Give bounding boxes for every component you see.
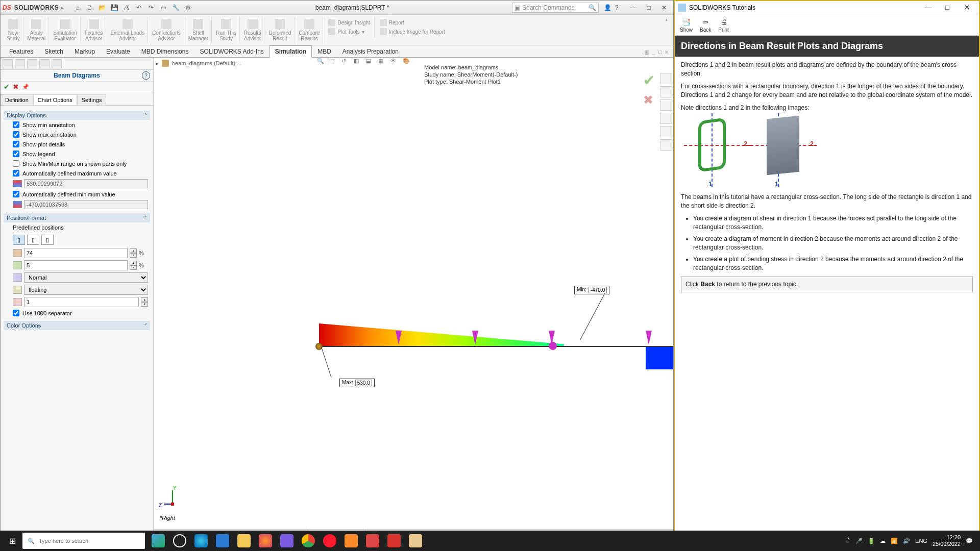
tray-chevron-icon[interactable]: ˄ [847,538,850,544]
chk-thousand-sep[interactable] [13,310,19,316]
tut-close-button[interactable]: ✕ [958,2,976,13]
reject-study-icon[interactable]: ✖ [643,93,655,107]
tab-features[interactable]: Features [4,45,39,57]
home-icon[interactable]: ⌂ [73,3,82,12]
help-icon[interactable]: ? [612,3,621,12]
print-icon[interactable]: 🖨 [122,3,131,12]
taskbar-app-store[interactable] [362,531,383,551]
taskbar-app[interactable] [148,531,168,551]
taskbar-app-paint[interactable] [405,531,426,551]
tab-mbd[interactable]: MBD [312,45,337,57]
max-annotation[interactable]: Max:530.0 [339,379,375,387]
display-mgr-icon[interactable] [52,59,62,68]
taskbar-app-solidworks[interactable] [384,531,404,551]
back-link[interactable]: Back [700,281,715,288]
group-color-options[interactable]: Color Options˅ [4,321,150,330]
maximize-button[interactable]: □ [642,3,656,13]
design-library-icon[interactable] [660,86,672,97]
taskbar-app-chrome[interactable] [298,531,318,551]
options-icon[interactable]: ⚙ [183,3,192,12]
cancel-button[interactable]: ✖ [13,83,19,91]
shell-manager-button[interactable]: ShellManager [185,17,212,43]
chk-show-min[interactable] [13,121,19,128]
zoom-area-icon[interactable]: ⬚ [329,58,338,67]
tree-expand-icon[interactable]: ▸ [156,60,159,67]
deformed-result-button[interactable]: DeformedResult [265,17,295,43]
dimxpert-icon[interactable] [39,59,50,68]
group-position-format[interactable]: Position/Format˄ [4,213,150,222]
taskbar-app-explorer[interactable] [234,531,254,551]
tray-volume-icon[interactable]: 🔊 [903,538,910,544]
taskbar-app-opera[interactable] [320,531,340,551]
graphics-viewport[interactable]: ▸ beam_diagrams (Default) ... 🔍 ⬚ ↺ ◧ ⬓ … [154,58,673,540]
vert-pos-input[interactable] [24,260,128,270]
run-study-button[interactable]: Run ThisStudy [213,17,240,43]
taskbar-app-media[interactable] [341,531,361,551]
start-button[interactable]: ⊞ [2,531,22,551]
taskbar-app-firefox[interactable] [255,531,276,551]
collapse-ribbon-icon[interactable]: ˄ [663,17,670,28]
tab-sketch[interactable]: Sketch [39,45,69,57]
tab-markup[interactable]: Markup [69,45,101,57]
search-commands-input[interactable]: ▣ Search Commands 🔍 [512,3,599,13]
taskbar-search[interactable]: 🔍Type here to search [22,533,145,549]
new-doc-icon[interactable]: 🗋 [85,3,94,12]
external-loads-button[interactable]: External LoadsAdvisor [107,17,148,43]
appearance-icon[interactable]: 🎨 [403,58,412,67]
resources-icon[interactable] [660,73,672,84]
group-display-options[interactable]: Display Options˄ [4,111,150,120]
tree-root[interactable]: beam_diagrams (Default) ... [172,60,241,66]
user-icon[interactable]: 👤 [603,3,612,12]
prev-view-icon[interactable]: ↺ [341,58,351,67]
section-view-icon[interactable]: ◧ [354,58,363,67]
fixtures-advisor-button[interactable]: FixturesAdvisor [82,17,107,43]
display-style-icon[interactable]: ▦ [378,58,387,67]
tut-back-button[interactable]: ⇦Back [700,17,711,33]
rebuild-icon[interactable]: 🔧 [171,3,180,12]
subtab-definition[interactable]: Definition [1,94,33,105]
report-button[interactable]: Report [380,19,445,26]
custom-props-icon[interactable] [660,139,672,151]
include-image-button[interactable]: Include Image for Report [380,28,445,35]
window-max-icon[interactable]: □ [658,49,662,56]
results-advisor-button[interactable]: ResultsAdvisor [241,17,264,43]
number-format-select[interactable]: Normal [24,272,148,283]
chk-show-legend[interactable] [13,151,19,157]
plot-tools-button[interactable]: Plot Tools▾ [328,28,370,35]
tut-print-button[interactable]: 🖨Print [718,17,729,33]
minimize-button[interactable]: — [626,3,641,13]
tab-analysis-preparation[interactable]: Analysis Preparation [337,45,404,57]
feature-tree-icon[interactable] [3,59,13,68]
taskbar-app-viber[interactable] [277,531,297,551]
undo-icon[interactable]: ↶ [134,3,143,12]
accept-button[interactable]: ✔ [4,83,10,91]
hide-show-icon[interactable]: 👁 [390,58,400,67]
tray-notifications-icon[interactable]: 💬 [966,538,973,544]
appearances-icon[interactable] [660,126,672,137]
open-icon[interactable]: 📂 [97,3,107,12]
file-explorer-icon[interactable] [660,99,672,111]
tray-onedrive-icon[interactable]: ☁ [880,538,886,544]
chevron-right-icon[interactable]: ▸ [61,4,64,11]
chk-minmax-range[interactable] [13,160,19,167]
config-mgr-icon[interactable] [27,59,37,68]
tray-mic-icon[interactable]: 🎤 [855,538,863,544]
tab-simulation[interactable]: Simulation [270,45,312,58]
new-study-button[interactable]: NewStudy [4,17,23,43]
subtab-settings[interactable]: Settings [77,94,107,105]
window-split-icon[interactable]: ▥ [644,49,649,56]
tray-wifi-icon[interactable]: 📶 [891,538,898,544]
redo-icon[interactable]: ↷ [146,3,156,12]
window-min-icon[interactable]: _ [652,49,655,56]
tut-maximize-button[interactable]: □ [938,2,957,13]
tab-addins[interactable]: SOLIDWORKS Add-Ins [194,45,269,57]
chk-show-details[interactable] [13,141,19,147]
panel-help-icon[interactable]: ? [142,71,150,80]
compare-results-button[interactable]: CompareResults [296,17,323,43]
taskbar-app-mail[interactable] [212,531,233,551]
tut-show-button[interactable]: 📑Show [680,17,693,33]
chk-show-max[interactable] [13,131,19,138]
pos-left-button[interactable]: ▯ [13,235,25,245]
view-orient-icon[interactable]: ⬓ [366,58,375,67]
chk-auto-max[interactable] [13,170,19,177]
